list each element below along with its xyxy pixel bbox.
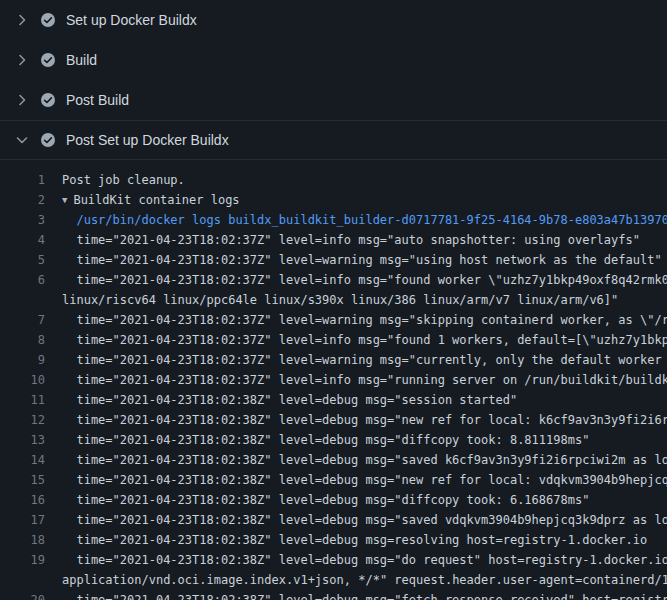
- log-line: 3 /usr/bin/docker logs buildx_buildkit_b…: [0, 210, 667, 230]
- log-line-number[interactable]: 6: [0, 270, 45, 290]
- chevron-right-icon[interactable]: [14, 52, 30, 68]
- section-label: Set up Docker Buildx: [66, 12, 197, 28]
- log-line-text: BuildKit container logs: [73, 190, 239, 210]
- log-line-number[interactable]: [0, 570, 45, 590]
- check-circle-icon: [40, 52, 56, 68]
- log-line: 18 time="2021-04-23T18:02:38Z" level=deb…: [0, 530, 667, 550]
- log-line-text: time="2021-04-23T18:02:37Z" level=warnin…: [62, 350, 667, 370]
- log-line: linux/riscv64 linux/ppc64le linux/s390x …: [0, 290, 667, 310]
- log-line-text: time="2021-04-23T18:02:38Z" level=debug …: [62, 550, 667, 570]
- log-line-number[interactable]: 14: [0, 450, 45, 470]
- log-line: application/vnd.oci.image.index.v1+json,…: [0, 570, 667, 590]
- log-line-text: time="2021-04-23T18:02:38Z" level=debug …: [62, 510, 667, 530]
- log-line: 14 time="2021-04-23T18:02:38Z" level=deb…: [0, 450, 667, 470]
- check-circle-icon: [40, 132, 56, 148]
- log-line: 11 time="2021-04-23T18:02:38Z" level=deb…: [0, 390, 667, 410]
- log-line-number[interactable]: 10: [0, 370, 45, 390]
- log-line-text: Post job cleanup.: [62, 170, 185, 190]
- log-line-number[interactable]: 13: [0, 430, 45, 450]
- actions-log-viewer: Set up Docker Buildx Build Post Buil: [0, 0, 667, 600]
- chevron-down-icon[interactable]: [14, 132, 30, 148]
- log-line-text: application/vnd.oci.image.index.v1+json,…: [62, 570, 667, 590]
- log-line-text: time="2021-04-23T18:02:38Z" level=debug …: [62, 390, 517, 410]
- log-line: 10 time="2021-04-23T18:02:37Z" level=inf…: [0, 370, 667, 390]
- log-line-text: time="2021-04-23T18:02:37Z" level=warnin…: [62, 250, 662, 270]
- log-line-text: /usr/bin/docker logs buildx_buildkit_bui…: [62, 210, 667, 230]
- log-line-number[interactable]: 15: [0, 470, 45, 490]
- section-header[interactable]: Post Set up Docker Buildx: [0, 120, 667, 160]
- log-line: 1 Post job cleanup.: [0, 170, 667, 190]
- log-line-text: time="2021-04-23T18:02:37Z" level=info m…: [62, 370, 667, 390]
- step-list: Set up Docker Buildx Build Post Buil: [0, 0, 667, 160]
- log-line-number[interactable]: 1: [0, 170, 45, 190]
- section-label: Build: [66, 52, 97, 68]
- log-line-text: time="2021-04-23T18:02:37Z" level=warnin…: [62, 310, 667, 330]
- log-line: 5 time="2021-04-23T18:02:37Z" level=warn…: [0, 250, 667, 270]
- section-header[interactable]: Set up Docker Buildx: [0, 0, 667, 40]
- log-line: 20 time="2021-04-23T18:02:38Z" level=deb…: [0, 590, 667, 600]
- chevron-right-icon[interactable]: [14, 12, 30, 28]
- log-line: 16 time="2021-04-23T18:02:38Z" level=deb…: [0, 490, 667, 510]
- log-line-text: time="2021-04-23T18:02:38Z" level=debug …: [62, 410, 667, 430]
- section-label: Post Build: [66, 92, 129, 108]
- check-circle-icon: [40, 92, 56, 108]
- log-line-number[interactable]: 12: [0, 410, 45, 430]
- log-line-text: time="2021-04-23T18:02:37Z" level=info m…: [62, 270, 667, 290]
- log-line: 4 time="2021-04-23T18:02:37Z" level=info…: [0, 230, 667, 250]
- log-area: 1 Post job cleanup. 2 ▼BuildKit containe…: [0, 160, 667, 600]
- log-line-number[interactable]: 5: [0, 250, 45, 270]
- log-line-number[interactable]: 20: [0, 590, 45, 600]
- log-line-text: time="2021-04-23T18:02:37Z" level=info m…: [62, 330, 667, 350]
- log-line-number[interactable]: 19: [0, 550, 45, 570]
- section-header[interactable]: Post Build: [0, 80, 667, 120]
- log-line-text: time="2021-04-23T18:02:38Z" level=debug …: [62, 430, 589, 450]
- log-line-number[interactable]: 11: [0, 390, 45, 410]
- log-line: 12 time="2021-04-23T18:02:38Z" level=deb…: [0, 410, 667, 430]
- log-line: 2 ▼BuildKit container logs: [0, 190, 667, 210]
- log-line-text: linux/riscv64 linux/ppc64le linux/s390x …: [62, 290, 618, 310]
- log-line: 15 time="2021-04-23T18:02:38Z" level=deb…: [0, 470, 667, 490]
- log-group-toggle-icon[interactable]: ▼: [62, 190, 67, 210]
- log-line-text: time="2021-04-23T18:02:37Z" level=info m…: [62, 230, 640, 250]
- check-circle-icon: [40, 12, 56, 28]
- log-line: 13 time="2021-04-23T18:02:38Z" level=deb…: [0, 430, 667, 450]
- log-line: 9 time="2021-04-23T18:02:37Z" level=warn…: [0, 350, 667, 370]
- section-label: Post Set up Docker Buildx: [66, 132, 229, 148]
- log-line-number[interactable]: 9: [0, 350, 45, 370]
- log-line-number[interactable]: 16: [0, 490, 45, 510]
- log-line-text: time="2021-04-23T18:02:38Z" level=debug …: [62, 590, 667, 600]
- log-line-number[interactable]: [0, 290, 45, 310]
- log-line-text: time="2021-04-23T18:02:38Z" level=debug …: [62, 450, 667, 470]
- log-line-number[interactable]: 7: [0, 310, 45, 330]
- log-line-number[interactable]: 17: [0, 510, 45, 530]
- chevron-right-icon[interactable]: [14, 92, 30, 108]
- log-line: 6 time="2021-04-23T18:02:37Z" level=info…: [0, 270, 667, 290]
- log-line-text: time="2021-04-23T18:02:38Z" level=debug …: [62, 490, 589, 510]
- log-line-text: time="2021-04-23T18:02:38Z" level=debug …: [62, 470, 667, 490]
- log-line-number[interactable]: 4: [0, 230, 45, 250]
- log-line: 17 time="2021-04-23T18:02:38Z" level=deb…: [0, 510, 667, 530]
- log-line: 7 time="2021-04-23T18:02:37Z" level=warn…: [0, 310, 667, 330]
- log-line-number[interactable]: 2: [0, 190, 45, 210]
- log-line-number[interactable]: 3: [0, 210, 45, 230]
- log-line-text: time="2021-04-23T18:02:38Z" level=debug …: [62, 530, 647, 550]
- log-line: 19 time="2021-04-23T18:02:38Z" level=deb…: [0, 550, 667, 570]
- log-line: 8 time="2021-04-23T18:02:37Z" level=info…: [0, 330, 667, 350]
- section-header[interactable]: Build: [0, 40, 667, 80]
- log-line-number[interactable]: 8: [0, 330, 45, 350]
- log-line-number[interactable]: 18: [0, 530, 45, 550]
